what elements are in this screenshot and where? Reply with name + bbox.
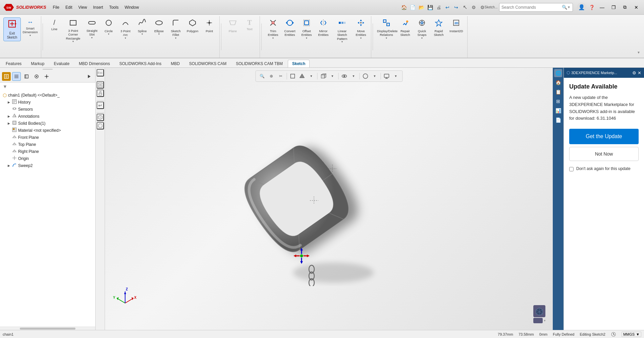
vt-screen-drop-button[interactable]: ▼ xyxy=(391,72,400,80)
smart-dimension-button[interactable]: ↔ SmartDimension ▼ xyxy=(21,17,39,38)
tree-item-sensors[interactable]: Sensors xyxy=(0,106,95,113)
side-lock-button[interactable] xyxy=(97,90,104,97)
tree-item-annotations[interactable]: ▶ A Annotations xyxy=(0,113,95,120)
right-panel-settings-button[interactable]: ⚙ xyxy=(632,70,636,75)
right-icon-list[interactable]: 📋 xyxy=(554,88,562,96)
ellipse-button[interactable]: Ellipse ▼ xyxy=(151,17,167,37)
panel-origin-button[interactable] xyxy=(42,72,51,81)
restore-button[interactable]: ❐ xyxy=(608,3,619,12)
tree-item-origin[interactable]: Origin xyxy=(0,155,95,162)
sketch-tab-button[interactable]: Sketch... xyxy=(487,3,495,11)
view-cube[interactable]: ▼ xyxy=(533,305,546,323)
vt-appearance-drop-button[interactable]: ▼ xyxy=(370,72,379,80)
menu-tools[interactable]: Tools xyxy=(106,4,121,11)
tree-item-material[interactable]: Material <not specified> xyxy=(0,127,95,134)
vt-shaded-button[interactable] xyxy=(298,72,306,80)
spline-button[interactable]: Spline ▼ xyxy=(134,17,150,37)
horizontal-scrollbar[interactable] xyxy=(0,327,95,330)
quick-snaps-button[interactable]: QuickSnaps ▼ xyxy=(414,17,430,41)
tab-solidworks-cam-tbm[interactable]: SOLIDWORKS CAM TBM xyxy=(231,60,287,67)
text-button[interactable]: T Text xyxy=(241,17,258,32)
help-button[interactable]: ❓ xyxy=(588,3,596,11)
polygon-button[interactable]: Polygon xyxy=(184,17,201,34)
panel-tree-button[interactable] xyxy=(12,72,21,81)
home-button[interactable]: 🏠 xyxy=(400,3,408,11)
vt-zoom-button[interactable]: 🔍 xyxy=(258,72,266,80)
right-icon-chart[interactable]: 📊 xyxy=(554,107,562,115)
display-delete-relations-button[interactable]: Display/DeleteRelations ▼ xyxy=(376,17,396,41)
menu-edit[interactable]: Edit xyxy=(63,4,75,11)
menu-file[interactable]: File xyxy=(50,4,62,11)
save-button[interactable]: 💾 xyxy=(426,3,434,11)
tab-mbd-dimensions[interactable]: MBD Dimensions xyxy=(74,60,114,67)
vt-eye-button[interactable] xyxy=(340,72,348,80)
restore2-button[interactable]: ⧉ xyxy=(620,3,630,12)
tree-item-top-plane[interactable]: Top Plane xyxy=(0,141,95,148)
panel-feature-manager-button[interactable] xyxy=(2,72,11,81)
open-button[interactable]: 📂 xyxy=(417,3,425,11)
not-now-button[interactable]: Not Now xyxy=(569,147,639,161)
line-button[interactable]: / Line xyxy=(46,17,62,32)
repair-sketch-button[interactable]: ! RepairSketch xyxy=(397,17,413,38)
side-relations-button[interactable] xyxy=(97,81,104,89)
close-button[interactable]: ✕ xyxy=(631,3,641,12)
sketch-fillet-button[interactable]: SketchFillet ▼ xyxy=(168,17,184,41)
menu-insert[interactable]: Insert xyxy=(90,4,106,11)
tree-item-sweep2[interactable]: ▶ Sweep2 xyxy=(0,162,95,169)
search-input[interactable] xyxy=(501,5,562,10)
exit-sketch-button[interactable]: ExitSketch xyxy=(3,17,21,41)
right-icon-grid[interactable]: ⊞ xyxy=(554,97,562,105)
undo-button[interactable]: ↩ xyxy=(443,3,451,11)
minimize-button[interactable]: — xyxy=(597,3,607,12)
vt-eye-drop-button[interactable]: ▼ xyxy=(349,72,358,80)
right-icon-globe[interactable]: 🌐 xyxy=(554,69,562,77)
vt-drop-button[interactable]: ▼ xyxy=(307,72,316,80)
panel-play-button[interactable] xyxy=(85,72,93,81)
ribbon-expand-button[interactable]: ▼ xyxy=(635,48,643,56)
tab-markup[interactable]: Markup xyxy=(26,60,49,67)
instant2d-button[interactable]: 2D Instant2D xyxy=(447,17,465,34)
redo-button[interactable]: ↪ xyxy=(452,3,460,11)
panel-config-button[interactable] xyxy=(32,72,41,81)
vt-zoom-fit-button[interactable]: ⊕ xyxy=(267,72,276,80)
right-icon-home[interactable]: 🏠 xyxy=(554,78,562,87)
vt-appearance-button[interactable] xyxy=(361,72,370,80)
tab-solidworks-addins[interactable]: SOLIDWORKS Add-Ins xyxy=(115,60,166,67)
linear-sketch-pattern-button[interactable]: Linear SketchPattern ▼ xyxy=(332,17,352,44)
dont-ask-checkbox[interactable] xyxy=(569,167,574,171)
trim-entities-button[interactable]: TrimEntities ▼ xyxy=(265,17,281,41)
tree-item-right-plane[interactable]: Right Plane xyxy=(0,148,95,155)
rebuild-button[interactable]: ⚙ xyxy=(470,3,478,11)
vt-section-button[interactable]: ✂ xyxy=(276,72,285,80)
feature-tree[interactable]: ⬡ chain1 (Default) <<Default>_ ▶ History… xyxy=(0,91,95,327)
tree-item-front-plane[interactable]: Front Plane xyxy=(0,134,95,141)
print-button[interactable]: 🖨 xyxy=(435,3,443,11)
tree-item-solid-bodies[interactable]: ▶ Solid Bodies(1) xyxy=(0,120,95,127)
tab-features[interactable]: Features xyxy=(1,60,26,67)
side-escape-button[interactable]: Esc xyxy=(97,69,104,76)
point-button[interactable]: Point xyxy=(201,17,217,34)
tab-sketch[interactable]: Sketch xyxy=(288,60,310,67)
user-button[interactable]: 👤 xyxy=(577,3,586,12)
vt-cube-drop-button[interactable]: ▼ xyxy=(328,72,337,80)
plane-button[interactable]: Plane xyxy=(225,17,241,34)
panel-resize-handle[interactable] xyxy=(0,68,95,70)
right-panel-close-button[interactable]: ✕ xyxy=(638,70,641,75)
tab-evaluate[interactable]: Evaluate xyxy=(49,60,74,67)
viewport[interactable]: 🔍 ⊕ ✂ ▼ ▼ ▼ ▼ xyxy=(105,68,553,330)
side-appearances-button[interactable] xyxy=(97,122,104,129)
menu-window[interactable]: Window xyxy=(122,4,142,11)
circle-button[interactable]: Circle ▼ xyxy=(101,17,117,37)
units-button[interactable]: MMGS ▼ xyxy=(622,332,641,337)
vt-wireframe-button[interactable] xyxy=(288,72,297,80)
panel-property-button[interactable] xyxy=(22,72,31,81)
tab-mbd[interactable]: MBD xyxy=(166,60,184,67)
select-button[interactable]: ↖ xyxy=(461,3,469,11)
tab-solidworks-cam[interactable]: SOLIDWORKS CAM xyxy=(185,60,231,67)
menu-view[interactable]: View xyxy=(76,4,90,11)
right-icon-doc[interactable]: 📄 xyxy=(554,116,562,124)
3pt-arc-button[interactable]: 3 PointArc ▼ xyxy=(117,17,133,41)
side-undo-button[interactable]: ↩ xyxy=(97,102,104,109)
offset-entities-button[interactable]: OffsetEntities ▼ xyxy=(299,17,315,41)
convert-entities-button[interactable]: ConvertEntities xyxy=(282,17,298,38)
